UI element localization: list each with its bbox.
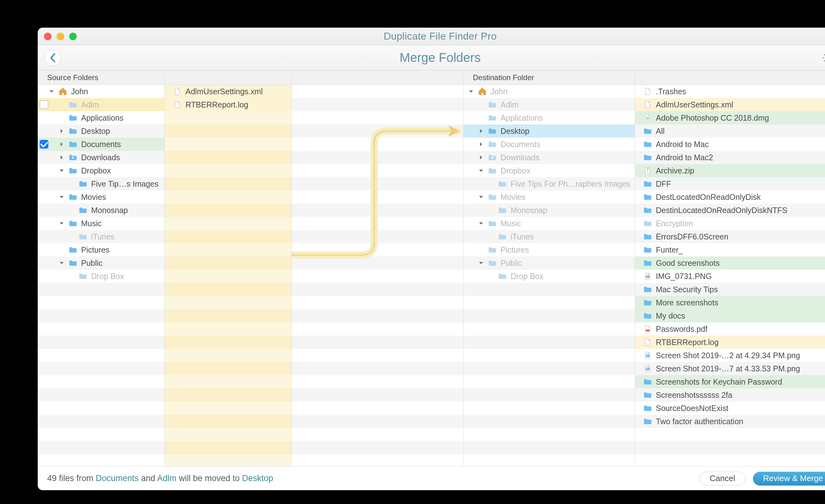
tree-row[interactable]: Pictures (463, 243, 635, 256)
file-row[interactable]: More screenshots (635, 296, 825, 309)
tree-row[interactable]: Applications (38, 111, 164, 124)
file-row[interactable]: Android to Mac (635, 138, 825, 151)
row-checkbox[interactable] (40, 100, 49, 109)
disclosure-triangle[interactable] (59, 129, 65, 134)
disclosure-triangle[interactable] (478, 221, 484, 226)
file-row[interactable]: Screenshotssssss 2fa (635, 388, 825, 402)
tree-row[interactable]: Pictures (38, 243, 164, 256)
status-link-source1[interactable]: Documents (96, 474, 139, 483)
disclosure-triangle[interactable] (59, 260, 65, 265)
disclosure-triangle[interactable] (478, 142, 484, 147)
file-row[interactable]: My docs (635, 309, 825, 322)
tree-row[interactable]: Desktop (463, 124, 635, 138)
disclosure-triangle[interactable] (59, 194, 65, 199)
disclosure-triangle[interactable] (59, 221, 65, 226)
tree-row[interactable]: Drop Box (38, 270, 164, 283)
disclosure-triangle[interactable] (49, 89, 55, 94)
tree-row[interactable]: Documents (38, 138, 164, 151)
minimize-window-button[interactable] (57, 33, 64, 40)
tree-row[interactable]: Adlm (463, 98, 635, 111)
cancel-button[interactable]: Cancel (699, 472, 745, 486)
status-link-dest[interactable]: Desktop (242, 474, 273, 483)
row-checkbox[interactable] (40, 140, 49, 149)
back-button[interactable] (45, 50, 61, 66)
file-row[interactable]: Screen Shot 2019-…7 at 4.33.53 PM.png (635, 362, 825, 375)
settings-button[interactable] (821, 52, 825, 64)
file-row[interactable]: Screenshots for Keychain Password (635, 375, 825, 388)
file-row[interactable]: SourceDoesNotExist (635, 402, 825, 415)
file-row[interactable]: RTBERReport.log (635, 336, 825, 349)
file-row[interactable]: DFF (635, 177, 825, 190)
file-row[interactable]: AdlmUserSettings.xml (635, 98, 825, 111)
tree-row[interactable]: Dropbox (463, 164, 635, 177)
tree-row[interactable]: Adlm (38, 98, 164, 111)
row-label: John (71, 87, 88, 96)
tree-row[interactable]: Monosnap (38, 203, 164, 217)
file-row[interactable]: Two factor authentication (635, 415, 825, 428)
disclosure-triangle[interactable] (59, 155, 65, 160)
tree-row[interactable]: Monosnap (463, 203, 635, 217)
file-row[interactable]: Passwords.pdf (635, 322, 825, 336)
tree-row[interactable]: Downloads (463, 151, 635, 164)
source-tree-column[interactable]: JohnAdlmApplicationsDesktopDocumentsDown… (38, 85, 165, 466)
file-row[interactable]: Encryption (635, 217, 825, 230)
tree-row[interactable]: Public (38, 256, 164, 270)
file-row[interactable]: ErrorsDFF6.0Screen (635, 230, 825, 243)
folder-icon (79, 179, 87, 188)
tree-row[interactable]: Downloads (38, 151, 164, 164)
tree-row[interactable]: John (38, 85, 164, 98)
header-destination: Destination Folder (463, 70, 635, 85)
disclosure-triangle[interactable] (478, 260, 484, 265)
tree-row[interactable]: Desktop (38, 124, 164, 138)
tree-row[interactable]: Public (463, 256, 635, 270)
tree-row[interactable]: Five Tips For Ph…raphers Images (463, 177, 635, 190)
row-label: Downloads (501, 153, 539, 162)
close-window-button[interactable] (44, 33, 52, 40)
tree-row[interactable]: John (463, 85, 635, 98)
destination-files-column[interactable]: .TrashesAdlmUserSettings.xmlAdobe Photos… (635, 85, 825, 466)
disclosure-triangle[interactable] (478, 155, 484, 160)
tree-row[interactable]: Dropbox (38, 164, 164, 177)
tree-row[interactable]: Movies (38, 190, 164, 203)
file-row[interactable]: DestLocatedOnReadOnlyDisk (635, 190, 825, 203)
tree-row[interactable]: Documents (463, 138, 635, 151)
file-row[interactable]: Archive.zip (635, 164, 825, 177)
disclosure-triangle[interactable] (59, 168, 65, 173)
disclosure-triangle[interactable] (478, 168, 484, 173)
tree-row[interactable]: iTunes (38, 230, 164, 243)
row-label: Android to Mac2 (656, 153, 713, 162)
file-row[interactable]: Funter_ (635, 243, 825, 256)
file-row[interactable]: Android to Mac2 (635, 151, 825, 164)
disclosure-triangle[interactable] (468, 89, 474, 94)
file-icon (173, 87, 182, 96)
disclosure-triangle[interactable] (478, 194, 484, 199)
file-row[interactable]: Screen Shot 2019-…2 at 4.29.34 PM.png (635, 349, 825, 362)
tree-row[interactable]: Music (38, 217, 164, 230)
zoom-window-button[interactable] (69, 33, 77, 40)
tree-row[interactable]: Movies (463, 190, 635, 203)
file-row[interactable]: IMG_0731.PNG (635, 270, 825, 283)
file-row[interactable]: Good screenshots (635, 256, 825, 270)
file-row[interactable]: AdlmUserSettings.xml (165, 85, 291, 98)
tree-row[interactable]: Music (463, 217, 635, 230)
file-row[interactable]: Adobe Photoshop CC 2018.dmg (635, 111, 825, 124)
file-row[interactable]: DestinLocatedOnReadOnlyDiskNTFS (635, 203, 825, 217)
tree-row[interactable]: Applications (463, 111, 635, 124)
file-row[interactable]: All (635, 124, 825, 138)
destination-tree-column[interactable]: JohnAdlmApplicationsDesktopDocumentsDown… (463, 85, 635, 466)
source-files-column[interactable]: AdlmUserSettings.xmlRTBERReport.log (165, 85, 292, 466)
file-row[interactable]: Mac Security Tips (635, 283, 825, 296)
disclosure-triangle[interactable] (478, 129, 484, 134)
folder-icon (643, 417, 652, 426)
row-label: .Trashes (656, 87, 686, 96)
file-row[interactable]: RTBERReport.log (165, 98, 291, 111)
row-label: Pictures (501, 245, 529, 255)
review-merge-button[interactable]: Review & Merge (753, 472, 825, 486)
tree-row[interactable]: iTunes (463, 230, 635, 243)
tree-row[interactable]: Five Tip…s Images (38, 177, 164, 190)
disclosure-triangle[interactable] (59, 142, 65, 147)
row-label: Funter_ (656, 245, 683, 255)
status-link-source2[interactable]: Adlm (157, 474, 177, 483)
tree-row[interactable]: Drop Box (463, 270, 635, 283)
file-row[interactable]: .Trashes (635, 85, 825, 98)
